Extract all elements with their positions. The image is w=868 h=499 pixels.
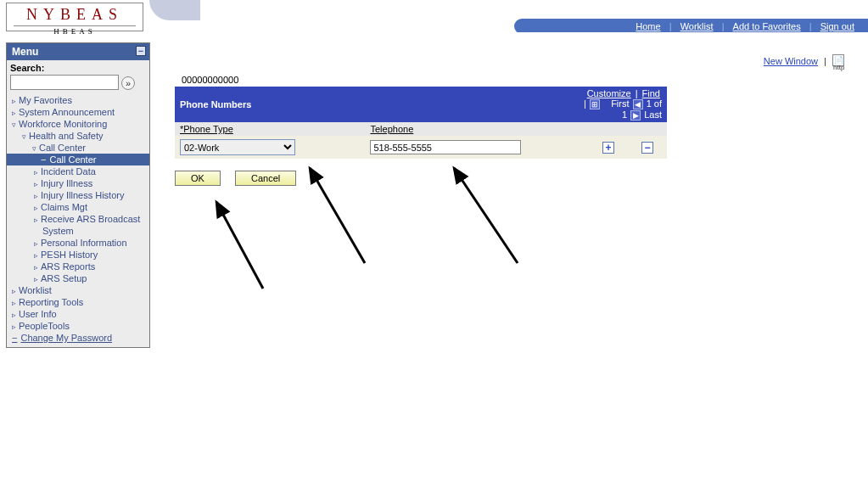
nav-worklist[interactable]: Worklist	[680, 21, 714, 31]
nav-call-center[interactable]: Call Center	[7, 142, 149, 154]
menu-collapse-icon[interactable]: −	[136, 46, 146, 56]
grid-last-label: Last	[644, 109, 662, 120]
grid-find-link[interactable]: Find	[642, 88, 660, 98]
arrow-annotation-ok	[212, 195, 280, 297]
sidebar: Menu − Search: » My Favorites System Ann…	[6, 42, 150, 348]
nav-incident-data[interactable]: Incident Data	[7, 165, 149, 177]
nav-personal-information[interactable]: Personal Information	[7, 237, 149, 249]
topnav-bar: Home | Worklist | Add to Favorites | Sig…	[514, 19, 868, 32]
search-go-icon[interactable]: »	[121, 76, 135, 90]
logo-line2: HBEAS	[14, 25, 136, 36]
grid-header-row: *Phone Type Telephone	[175, 122, 667, 136]
nav-my-favorites[interactable]: My Favorites	[7, 94, 149, 106]
col-telephone[interactable]: Telephone	[365, 122, 577, 136]
grid-next-icon[interactable]: ▶	[630, 110, 641, 121]
phone-numbers-grid: Phone Numbers Customize | Find | ⊞ First…	[175, 87, 667, 159]
nav-claims-mgt[interactable]: Claims Mgt	[7, 201, 149, 213]
nav-user-info[interactable]: User Info	[7, 308, 149, 320]
col-phone-type[interactable]: *Phone Type	[175, 122, 365, 136]
top-bar: NYBEAS HBEAS Home | Worklist | Add to Fa…	[0, 0, 868, 32]
nav-health-safety[interactable]: Health and Safety	[7, 130, 149, 142]
grid-view-all-icon[interactable]: ⊞	[590, 99, 600, 109]
record-id: 00000000000	[182, 75, 861, 85]
nav-receive-ars-line2[interactable]: System	[7, 225, 149, 237]
content-top-links: New Window | 📄http	[170, 51, 861, 75]
grid-title: Phone Numbers	[175, 87, 577, 122]
menu-header: Menu −	[7, 43, 149, 60]
nav-add-favorites[interactable]: Add to Favorites	[733, 21, 801, 31]
app-logo: NYBEAS HBEAS	[6, 3, 143, 31]
menu-title: Menu	[12, 46, 38, 58]
nav-system-announcement[interactable]: System Announcement	[7, 106, 149, 118]
nav-ars-reports[interactable]: ARS Reports	[7, 261, 149, 272]
phone-type-select[interactable]: 02-Work	[180, 139, 295, 155]
nav-call-center-selected[interactable]: Call Center	[7, 154, 149, 165]
header-swoosh: Home | Worklist | Add to Favorites | Sig…	[149, 0, 868, 32]
nav-receive-ars[interactable]: Receive ARS Broadcast	[7, 213, 149, 225]
nav-home[interactable]: Home	[636, 21, 660, 31]
search-label: Search:	[10, 63, 146, 73]
grid-title-row: Phone Numbers Customize | Find | ⊞ First…	[175, 87, 667, 122]
nav-peopletools[interactable]: PeopleTools	[7, 320, 149, 332]
grid-first-label: First	[611, 98, 629, 109]
delete-row-button[interactable]: −	[641, 142, 653, 154]
button-row: OK Cancel	[175, 171, 861, 186]
nav-tree: My Favorites System Announcement Workfor…	[7, 93, 149, 347]
grid-customize-link[interactable]: Customize	[587, 88, 631, 98]
ok-button[interactable]: OK	[175, 171, 221, 186]
nav-worklist-item[interactable]: Worklist	[7, 284, 149, 296]
nav-reporting-tools[interactable]: Reporting Tools	[7, 296, 149, 308]
nav-pesh-history[interactable]: PESH History	[7, 249, 149, 261]
new-window-link[interactable]: New Window	[764, 56, 818, 66]
nav-change-password[interactable]: Change My Password	[7, 332, 149, 344]
logo-line1: NYBEAS	[7, 6, 143, 24]
svg-line-0	[216, 202, 263, 289]
cancel-button[interactable]: Cancel	[235, 171, 296, 186]
nav-injury-illness-history[interactable]: Injury Illness History	[7, 189, 149, 201]
search-input[interactable]	[10, 75, 119, 90]
nav-ars-setup[interactable]: ARS Setup	[7, 272, 149, 284]
add-row-button[interactable]: +	[602, 142, 614, 154]
grid-data-row: 02-Work + −	[175, 136, 667, 159]
telephone-input[interactable]	[370, 140, 521, 154]
grid-prev-icon[interactable]: ◀	[633, 99, 643, 109]
nav-injury-illness[interactable]: Injury Illness	[7, 177, 149, 189]
nav-workforce-monitoring[interactable]: Workforce Monitoring	[7, 118, 149, 130]
menu-search: Search: »	[7, 60, 149, 93]
grid-controls: Customize | Find | ⊞ First ◀ 1 of 1 ▶ La…	[577, 87, 667, 122]
http-icon[interactable]: 📄http	[832, 54, 844, 66]
content-area: New Window | 📄http 00000000000 Phone Num…	[170, 51, 861, 186]
nav-signout[interactable]: Sign out	[820, 21, 854, 31]
